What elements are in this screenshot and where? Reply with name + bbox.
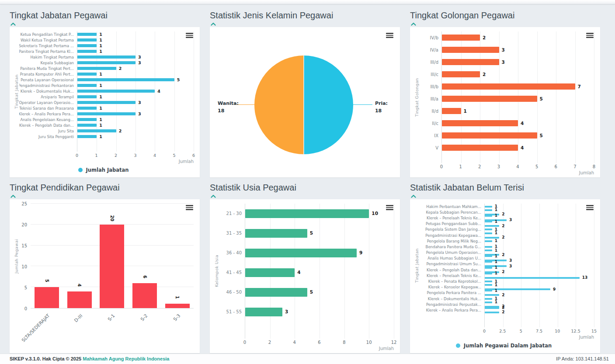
bar[interactable] <box>77 44 97 47</box>
bar[interactable] <box>485 255 492 257</box>
bar[interactable] <box>77 129 116 132</box>
bar[interactable] <box>442 132 537 139</box>
collapse-chevron-icon[interactable] <box>10 194 16 198</box>
axis-tick-label: 3 <box>134 153 136 158</box>
category-label: Arsiparis Terampil <box>19 94 77 100</box>
bar[interactable] <box>77 73 97 76</box>
category-label: Klerek – Penelaah Teknis Ke... <box>420 215 484 221</box>
bar[interactable] <box>77 101 136 104</box>
bar[interactable] <box>485 240 492 242</box>
bar[interactable] <box>77 67 116 70</box>
bar[interactable] <box>77 38 97 42</box>
menu-bar <box>586 35 594 36</box>
bar[interactable] <box>245 308 282 316</box>
bar[interactable] <box>165 304 190 308</box>
bar[interactable] <box>132 283 157 308</box>
chart-menu-icon[interactable] <box>386 205 393 210</box>
bar[interactable] <box>485 215 492 217</box>
bar[interactable] <box>485 209 492 211</box>
pria-leader-line <box>353 104 372 105</box>
mahkamah-agung-link[interactable]: Mahkamah Agung Republik Indonesia <box>83 356 169 361</box>
bar[interactable] <box>485 206 492 208</box>
bar[interactable] <box>442 120 518 126</box>
bar-line: 1 <box>77 44 194 48</box>
bar[interactable] <box>485 232 492 234</box>
chart-menu-icon[interactable] <box>186 33 193 38</box>
chart-menu-icon[interactable] <box>386 33 393 38</box>
bar[interactable] <box>245 268 295 277</box>
bar[interactable] <box>485 267 492 269</box>
chart-menu-icon[interactable] <box>586 205 594 210</box>
bar-line: 1 <box>77 32 194 37</box>
bar[interactable] <box>77 78 174 81</box>
category-label: Hakim Perbantuan Mahkam... <box>420 204 484 209</box>
bar[interactable] <box>245 249 357 257</box>
bar[interactable] <box>485 273 492 274</box>
bar[interactable] <box>77 118 97 121</box>
collapse-chevron-icon[interactable] <box>10 22 16 26</box>
axis-tick-label: 3 <box>497 164 500 169</box>
bar-line: 9 <box>245 249 394 257</box>
category-label: Wakil Ketua Tingkat Pertama <box>19 37 77 43</box>
axis-tick-label: 4 <box>516 164 519 169</box>
bar[interactable] <box>77 107 97 110</box>
collapse-chevron-icon[interactable] <box>411 194 416 198</box>
chart-legend[interactable]: Jumlah Jabatan <box>13 164 194 176</box>
bar[interactable] <box>485 290 492 291</box>
collapse-chevron-icon[interactable] <box>411 22 416 26</box>
bar[interactable] <box>485 302 492 303</box>
bar-value-label: 4 <box>157 89 160 94</box>
bar[interactable] <box>485 312 499 313</box>
chart-legend[interactable]: Jumlah Pegawai Dalam Jabatan <box>413 340 594 351</box>
bar[interactable] <box>485 229 492 230</box>
bar[interactable] <box>77 84 97 87</box>
bar[interactable] <box>485 281 492 282</box>
bar[interactable] <box>442 35 480 41</box>
collapse-chevron-icon[interactable] <box>211 22 216 26</box>
bar[interactable] <box>485 261 492 263</box>
bar[interactable] <box>485 298 492 300</box>
category-axis: 21 - 3031 - 3536 - 4041 - 4546 - 5051 - … <box>219 204 245 339</box>
bar[interactable] <box>442 47 499 53</box>
bar-value-label: 7 <box>578 84 581 89</box>
category-label: II/c <box>420 117 441 129</box>
category-axis: SLTA/SEDERAJATD-IIIS-1S-2S-3 <box>31 309 194 351</box>
bar[interactable] <box>245 229 307 238</box>
bar[interactable] <box>77 124 97 127</box>
bar[interactable] <box>485 221 492 222</box>
bar[interactable] <box>485 307 499 309</box>
bar[interactable] <box>77 112 136 115</box>
chart-menu-icon[interactable] <box>586 33 594 38</box>
bar[interactable] <box>35 287 59 308</box>
bar[interactable] <box>100 225 124 308</box>
axis-tick-label: 10 <box>555 329 560 333</box>
bar[interactable] <box>77 55 136 59</box>
bar[interactable] <box>485 250 492 251</box>
bar[interactable] <box>442 96 537 102</box>
collapse-chevron-icon[interactable] <box>211 194 216 198</box>
bar[interactable] <box>442 83 575 90</box>
bar-value-label: 1 <box>99 44 102 48</box>
bar[interactable] <box>485 246 492 248</box>
bar[interactable] <box>77 61 136 64</box>
bar-value-label: 1 <box>175 296 180 299</box>
bar[interactable] <box>77 50 97 53</box>
bar[interactable] <box>77 95 97 98</box>
menu-bar <box>386 209 393 210</box>
bar[interactable] <box>442 71 480 77</box>
bar[interactable] <box>77 135 97 138</box>
chart-menu-icon[interactable] <box>186 205 193 210</box>
bar[interactable] <box>485 284 492 286</box>
bar[interactable] <box>77 90 155 93</box>
category-label: Klerek – Analis Perkara Pera... <box>420 307 484 313</box>
bar[interactable] <box>245 288 307 297</box>
bar-value-label: 1 <box>495 220 497 224</box>
category-label: Pranata Komputer Ahli Pert... <box>19 71 77 77</box>
bar[interactable] <box>77 33 97 36</box>
bar[interactable] <box>442 108 461 114</box>
bar[interactable] <box>67 291 92 308</box>
pendidikan-column-chart: Jumlah Pegawai0510152025542061SLTA/SEDER… <box>13 204 194 351</box>
bar[interactable] <box>245 209 369 218</box>
bar[interactable] <box>442 145 518 151</box>
bar[interactable] <box>442 59 499 65</box>
